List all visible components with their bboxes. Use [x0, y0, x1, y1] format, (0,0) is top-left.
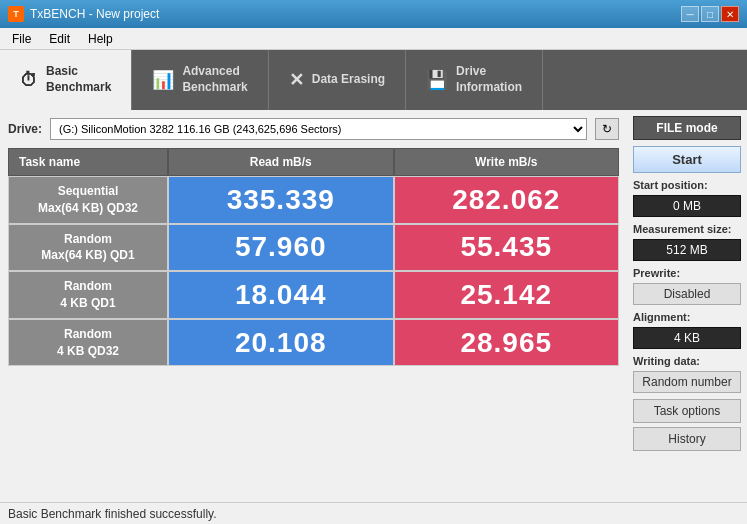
tab-drive-label: Drive Information — [456, 64, 522, 95]
read-value-sequential: 335.339 — [168, 176, 394, 224]
prewrite-value: Disabled — [633, 283, 741, 305]
task-label-sequential: Sequential Max(64 KB) QD32 — [8, 176, 168, 224]
menu-help[interactable]: Help — [80, 30, 121, 48]
close-button[interactable]: ✕ — [721, 6, 739, 22]
table-row: Random Max(64 KB) QD1 57.960 55.435 — [8, 224, 619, 272]
start-position-label: Start position: — [633, 179, 741, 191]
main-content: Drive: (G:) SiliconMotion 3282 116.16 GB… — [0, 110, 747, 502]
tab-drive-info[interactable]: 💾 Drive Information — [406, 50, 543, 110]
alignment-value: 4 KB — [633, 327, 741, 349]
window-title: TxBENCH - New project — [30, 7, 159, 21]
tab-erasing[interactable]: ✕ Data Erasing — [269, 50, 406, 110]
menu-file[interactable]: File — [4, 30, 39, 48]
write-value-random-64k: 55.435 — [394, 224, 620, 272]
table-row: Sequential Max(64 KB) QD32 335.339 282.0… — [8, 176, 619, 224]
app-icon: T — [8, 6, 24, 22]
tab-advanced-label: Advanced Benchmark — [182, 64, 247, 95]
task-options-button[interactable]: Task options — [633, 399, 741, 423]
table-row: Random 4 KB QD1 18.044 25.142 — [8, 271, 619, 319]
tab-basic-label: Basic Benchmark — [46, 64, 111, 95]
tab-advanced[interactable]: 📊 Advanced Benchmark — [132, 50, 268, 110]
start-button[interactable]: Start — [633, 146, 741, 173]
drive-label: Drive: — [8, 122, 42, 136]
read-value-random-4k-qd1: 18.044 — [168, 271, 394, 319]
maximize-button[interactable]: □ — [701, 6, 719, 22]
history-button[interactable]: History — [633, 427, 741, 451]
drive-select[interactable]: (G:) SiliconMotion 3282 116.16 GB (243,6… — [50, 118, 587, 140]
tab-bar: ⏱ Basic Benchmark 📊 Advanced Benchmark ✕… — [0, 50, 747, 110]
results-table: Task name Read mB/s Write mB/s Sequentia… — [8, 148, 619, 366]
col-read: Read mB/s — [168, 148, 394, 176]
title-bar-controls: ─ □ ✕ — [681, 6, 739, 22]
writing-data-label: Writing data: — [633, 355, 741, 367]
right-panel: FILE mode Start Start position: 0 MB Mea… — [627, 110, 747, 502]
basic-benchmark-icon: ⏱ — [20, 70, 38, 91]
write-value-sequential: 282.062 — [394, 176, 620, 224]
status-bar: Basic Benchmark finished successfully. — [0, 502, 747, 524]
start-position-value: 0 MB — [633, 195, 741, 217]
col-task-name: Task name — [8, 148, 168, 176]
menu-bar: File Edit Help — [0, 28, 747, 50]
minimize-button[interactable]: ─ — [681, 6, 699, 22]
title-bar-left: T TxBENCH - New project — [8, 6, 159, 22]
tab-erasing-label: Data Erasing — [312, 72, 385, 88]
writing-data-value: Random number — [633, 371, 741, 393]
tab-basic[interactable]: ⏱ Basic Benchmark — [0, 50, 132, 110]
read-value-random-4k-qd32: 20.108 — [168, 319, 394, 367]
drive-refresh-button[interactable]: ↻ — [595, 118, 619, 140]
advanced-benchmark-icon: 📊 — [152, 69, 174, 91]
left-panel: Drive: (G:) SiliconMotion 3282 116.16 GB… — [0, 110, 627, 502]
col-write: Write mB/s — [394, 148, 620, 176]
write-value-random-4k-qd32: 28.965 — [394, 319, 620, 367]
task-label-random-4k-qd1: Random 4 KB QD1 — [8, 271, 168, 319]
task-label-random-64k: Random Max(64 KB) QD1 — [8, 224, 168, 272]
prewrite-label: Prewrite: — [633, 267, 741, 279]
measurement-size-label: Measurement size: — [633, 223, 741, 235]
title-bar: T TxBENCH - New project ─ □ ✕ — [0, 0, 747, 28]
drive-row: Drive: (G:) SiliconMotion 3282 116.16 GB… — [8, 118, 619, 140]
data-erasing-icon: ✕ — [289, 69, 304, 91]
status-message: Basic Benchmark finished successfully. — [8, 507, 217, 521]
write-value-random-4k-qd1: 25.142 — [394, 271, 620, 319]
menu-edit[interactable]: Edit — [41, 30, 78, 48]
alignment-label: Alignment: — [633, 311, 741, 323]
measurement-size-value: 512 MB — [633, 239, 741, 261]
file-mode-button[interactable]: FILE mode — [633, 116, 741, 140]
table-row: Random 4 KB QD32 20.108 28.965 — [8, 319, 619, 367]
read-value-random-64k: 57.960 — [168, 224, 394, 272]
drive-info-icon: 💾 — [426, 69, 448, 91]
task-label-random-4k-qd32: Random 4 KB QD32 — [8, 319, 168, 367]
